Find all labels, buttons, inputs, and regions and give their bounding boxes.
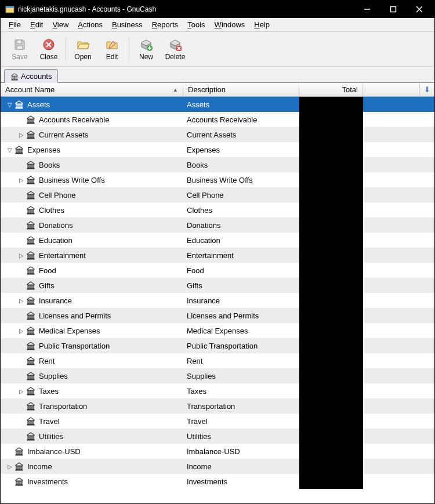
table-row[interactable]: TravelTravel — [1, 414, 434, 429]
menu-business[interactable]: Business — [107, 19, 147, 30]
minimize-button[interactable] — [354, 1, 380, 18]
account-name-cell: Transportation — [1, 401, 183, 411]
column-total[interactable]: Total — [299, 83, 363, 96]
table-row[interactable]: DonationsDonations — [1, 217, 434, 233]
table-row[interactable]: BooksBooks — [1, 157, 434, 172]
table-row[interactable]: InvestmentsInvestments — [1, 474, 434, 489]
new-button[interactable]: New — [132, 34, 161, 64]
table-row[interactable]: TransportationTransportation — [1, 398, 434, 414]
description-cell: Accounts Receivable — [183, 115, 299, 124]
table-row[interactable]: SuppliesSupplies — [1, 368, 434, 383]
table-row[interactable]: RentRent — [1, 353, 434, 368]
delete-button[interactable]: Delete — [161, 34, 190, 64]
expander-icon[interactable]: ▷ — [18, 131, 25, 138]
column-account-name[interactable]: Account Name ▲ — [1, 83, 183, 96]
menu-tools[interactable]: Tools — [183, 19, 209, 30]
expander-icon[interactable]: ▽ — [6, 101, 13, 108]
tab-accounts[interactable]: Accounts — [4, 69, 58, 83]
svg-rect-6 — [17, 40, 21, 43]
close-icon — [42, 38, 56, 52]
account-name: Donations — [39, 221, 73, 230]
expander-icon[interactable]: ▽ — [6, 146, 13, 153]
menu-file[interactable]: File — [4, 19, 26, 30]
table-row[interactable]: ▷Current AssetsCurrent Assets — [1, 127, 434, 142]
table-row[interactable]: GiftsGifts — [1, 278, 434, 293]
table-row[interactable]: Accounts ReceivableAccounts Receivable — [1, 112, 434, 127]
save-button[interactable]: Save — [5, 34, 34, 64]
column-spacer — [363, 83, 420, 96]
table-row[interactable]: EducationEducation — [1, 233, 434, 248]
accounts-tree[interactable]: ▽AssetsAssetsAccounts ReceivableAccounts… — [1, 97, 434, 503]
table-row[interactable]: FoodFood — [1, 263, 434, 278]
total-cell — [299, 398, 363, 414]
expander-icon — [18, 357, 25, 364]
account-name: Accounts Receivable — [39, 115, 109, 124]
total-cell — [299, 444, 363, 459]
expander-icon — [18, 282, 25, 289]
new-label: New — [139, 53, 153, 61]
table-row[interactable]: ▷IncomeIncome — [1, 459, 434, 474]
expander-icon — [18, 191, 25, 198]
expander-icon — [18, 222, 25, 229]
menu-help[interactable]: Help — [249, 19, 274, 30]
account-name: Taxes — [39, 387, 59, 396]
expander-icon — [18, 116, 25, 123]
expander-icon[interactable]: ▷ — [18, 297, 25, 304]
maximize-button[interactable] — [380, 1, 406, 18]
table-row[interactable]: ▷Business Write OffsBusiness Write Offs — [1, 172, 434, 187]
account-name-cell: Supplies — [1, 371, 183, 380]
description-cell: Insurance — [183, 296, 299, 305]
expander-icon[interactable]: ▷ — [18, 327, 25, 334]
table-row[interactable]: Imbalance-USDImbalance-USD — [1, 444, 434, 459]
table-row[interactable]: ▽ExpensesExpenses — [1, 142, 434, 157]
expander-icon[interactable]: ▷ — [18, 387, 25, 394]
menu-reports[interactable]: Reports — [147, 19, 183, 30]
table-row[interactable]: ▷Medical ExpensesMedical Expenses — [1, 323, 434, 338]
table-row[interactable]: ClothesClothes — [1, 202, 434, 217]
expander-icon[interactable]: ▷ — [18, 176, 25, 183]
description-cell: Donations — [183, 221, 299, 230]
window-title: nickjanetakis.gnucash - Accounts - GnuCa… — [18, 5, 354, 13]
open-button[interactable]: Open — [68, 34, 97, 64]
menu-edit[interactable]: Edit — [26, 19, 48, 30]
description-cell: Current Assets — [183, 130, 299, 139]
table-row[interactable]: ▷InsuranceInsurance — [1, 293, 434, 308]
total-cell — [299, 474, 363, 489]
menu-actions[interactable]: Actions — [73, 19, 107, 30]
account-name-cell: Food — [1, 266, 183, 275]
total-cell — [299, 157, 363, 172]
account-name: Entertainment — [39, 251, 86, 260]
close-label: Close — [40, 53, 58, 61]
description-cell: Expenses — [183, 146, 299, 154]
table-row[interactable]: ▷EntertainmentEntertainment — [1, 248, 434, 263]
table-row[interactable]: Cell PhoneCell Phone — [1, 187, 434, 202]
account-name-cell: ▷Taxes — [1, 386, 183, 396]
table-row[interactable]: Public TransportationPublic Transportati… — [1, 338, 434, 353]
edit-button[interactable]: Edit — [97, 34, 126, 64]
description-cell: Utilities — [183, 432, 299, 441]
expander-icon — [6, 448, 13, 455]
column-options-button[interactable]: ⬇ — [420, 83, 434, 96]
expander-icon — [18, 342, 25, 349]
menu-view[interactable]: View — [48, 19, 73, 30]
column-description[interactable]: Description — [183, 83, 299, 96]
expander-icon[interactable]: ▷ — [18, 252, 25, 259]
svg-rect-3 — [390, 7, 396, 12]
table-row[interactable]: ▽AssetsAssets — [1, 97, 434, 112]
close-button[interactable] — [406, 1, 432, 18]
table-row[interactable]: ▷TaxesTaxes — [1, 383, 434, 398]
arrow-down-icon: ⬇ — [424, 85, 430, 94]
account-name-cell: Donations — [1, 220, 183, 230]
account-name-cell: Gifts — [1, 281, 183, 290]
account-name: Business Write Offs — [39, 176, 105, 184]
bank-icon — [10, 72, 19, 81]
description-cell: Rent — [183, 357, 299, 365]
expander-icon — [18, 312, 25, 319]
table-row[interactable]: Licenses and PermitsLicenses and Permits — [1, 308, 434, 323]
total-cell — [299, 278, 363, 293]
table-row[interactable]: UtilitiesUtilities — [1, 429, 434, 444]
expander-icon[interactable]: ▷ — [6, 463, 13, 470]
menu-windows[interactable]: Windows — [210, 19, 250, 30]
close-button-toolbar[interactable]: Close — [34, 34, 63, 64]
total-cell — [299, 202, 363, 217]
